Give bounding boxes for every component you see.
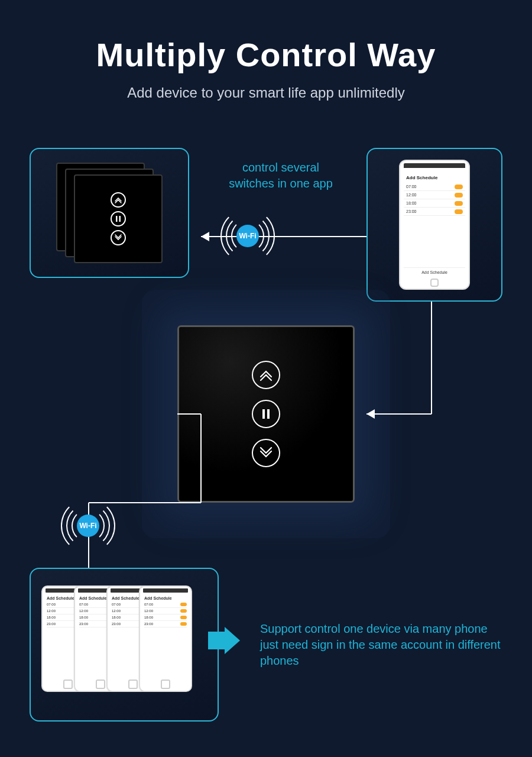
pause-icon — [111, 211, 126, 227]
wifi-icon: Wi-Fi — [236, 225, 259, 247]
add-schedule-button: Add Schedule — [404, 267, 465, 277]
close-down-icon — [252, 439, 280, 467]
caption-top: control several switches in one app — [219, 160, 343, 192]
toggle-icon — [455, 201, 463, 206]
phone-mockup: Add Schedule07:0012:0018:0023:00 — [139, 585, 192, 692]
toggle-icon — [455, 209, 463, 214]
app-screen-title: Add Schedule — [406, 175, 465, 180]
wifi-icon: Wi-Fi — [77, 515, 99, 537]
svg-marker-5 — [201, 232, 209, 241]
switch-panel — [74, 174, 163, 263]
svg-rect-3 — [267, 409, 270, 419]
phone-mockup: Add Schedule 07:00 12:00 18:00 23:00 Add… — [399, 160, 470, 290]
home-button-icon — [430, 279, 439, 287]
page-subtitle: Add device to your smart life app unlimi… — [0, 85, 532, 101]
multi-switch-panel-group — [30, 148, 189, 278]
main-switch-panel — [177, 325, 355, 503]
svg-rect-0 — [116, 216, 118, 222]
open-up-icon — [252, 361, 280, 389]
close-down-icon — [111, 230, 126, 245]
svg-marker-8 — [366, 409, 375, 419]
caption-bottom: Support control one device via many phon… — [260, 621, 508, 669]
multi-phone-group: Add Schedule07:0012:0018:0023:00 Add Sch… — [30, 568, 219, 722]
toggle-icon — [455, 185, 463, 189]
svg-rect-2 — [262, 409, 265, 419]
pause-icon — [252, 400, 280, 428]
page-title: Multiply Control Way — [0, 35, 532, 74]
toggle-icon — [455, 193, 463, 198]
svg-rect-1 — [119, 216, 121, 222]
open-up-icon — [111, 192, 126, 208]
single-phone-group: Add Schedule 07:00 12:00 18:00 23:00 Add… — [366, 148, 502, 302]
